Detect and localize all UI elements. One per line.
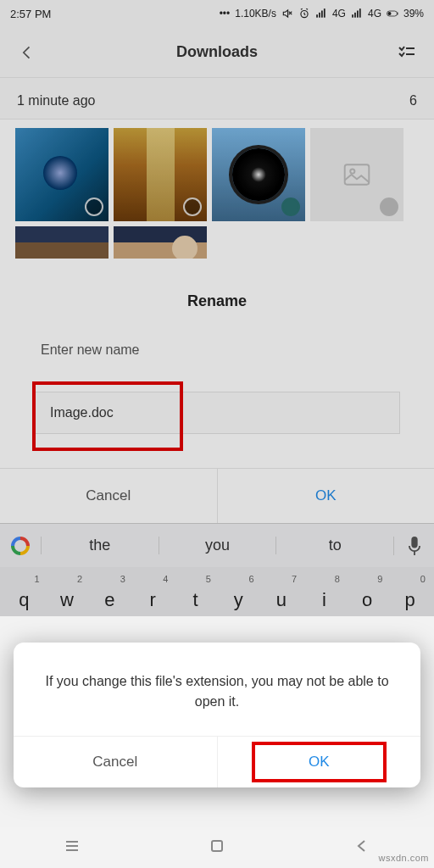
thumbnail-grid (0, 120, 434, 267)
watermark: wsxdn.com (378, 853, 429, 863)
google-icon[interactable] (0, 537, 41, 555)
svg-rect-3 (316, 14, 318, 18)
svg-rect-8 (354, 13, 356, 18)
status-time: 2:57 PM (10, 8, 51, 20)
svg-rect-13 (397, 13, 398, 15)
section-header: 1 minute ago 6 (0, 78, 434, 120)
rename-input-wrap (34, 392, 400, 434)
dialog-cancel-button[interactable]: Cancel (14, 737, 218, 787)
key-y[interactable]: 6y (218, 572, 259, 616)
signal2-icon (351, 8, 363, 19)
svg-rect-5 (321, 11, 323, 18)
svg-rect-10 (359, 8, 361, 18)
rename-cancel-button[interactable]: Cancel (0, 469, 218, 523)
back-button[interactable] (17, 42, 37, 63)
key-u[interactable]: 7u (261, 572, 303, 616)
recents-button[interactable] (64, 837, 81, 858)
dialog-button-row: Cancel OK (14, 736, 420, 787)
key-i[interactable]: 8i (303, 572, 345, 616)
thumbnail[interactable] (212, 128, 305, 221)
rename-title: Rename (0, 292, 434, 310)
svg-rect-18 (411, 537, 417, 548)
select-circle-icon[interactable] (85, 198, 103, 216)
select-circle-icon[interactable] (281, 198, 300, 216)
key-e[interactable]: 3e (89, 572, 131, 616)
thumbnail[interactable] (114, 128, 207, 221)
nav-back-button[interactable] (353, 837, 370, 858)
svg-rect-9 (357, 11, 359, 18)
extension-warning-dialog: If you change this file's extension, you… (14, 643, 420, 787)
select-circle-icon[interactable] (380, 198, 398, 216)
rename-ok-button[interactable]: OK (218, 469, 435, 523)
key-q[interactable]: 1q (3, 572, 45, 616)
thumbnail[interactable] (15, 128, 108, 221)
suggestion[interactable]: the (41, 537, 159, 554)
keyboard-row: 1q2w3e4r5t6y7u8i9o0p (0, 567, 434, 616)
svg-rect-7 (352, 14, 353, 18)
status-speed: 1.10KB/s (235, 8, 276, 19)
svg-rect-6 (324, 8, 326, 18)
keyboard-suggestion-bar: the you to (0, 523, 434, 567)
thumbnail-placeholder[interactable] (310, 128, 403, 221)
suggestion[interactable]: to (275, 537, 393, 554)
thumbnail[interactable] (15, 226, 108, 259)
key-r[interactable]: 4r (132, 572, 174, 616)
thumbnail[interactable] (114, 226, 207, 259)
alarm-icon (298, 8, 310, 19)
svg-rect-4 (319, 13, 320, 18)
battery-icon (387, 8, 398, 19)
suggestion[interactable]: you (159, 537, 276, 554)
key-t[interactable]: 5t (175, 572, 216, 616)
key-w[interactable]: 2w (47, 572, 88, 616)
dialog-ok-button[interactable]: OK (218, 737, 421, 787)
status-net2: 4G (368, 8, 381, 19)
svg-point-17 (350, 170, 354, 174)
rename-label: Enter new name (0, 342, 434, 358)
svg-rect-16 (345, 164, 370, 184)
dialog-message: If you change this file's extension, you… (14, 643, 420, 736)
svg-rect-23 (212, 841, 222, 851)
rename-button-row: Cancel OK (0, 468, 434, 523)
svg-rect-12 (387, 12, 391, 15)
signal-icon (315, 8, 327, 19)
rename-input[interactable] (34, 392, 400, 434)
status-more-icon: ••• (220, 8, 231, 19)
select-circle-icon[interactable] (183, 198, 202, 216)
status-battery: 39% (403, 8, 424, 19)
status-net1: 4G (332, 8, 346, 19)
status-bar: 2:57 PM ••• 1.10KB/s 4G 4G 39% (0, 0, 434, 27)
rename-panel: Rename Enter new name Cancel OK (0, 267, 434, 523)
mic-icon[interactable] (393, 537, 434, 555)
section-label: 1 minute ago (17, 93, 96, 108)
app-header: Downloads (0, 27, 434, 78)
multiselect-icon[interactable] (397, 42, 417, 63)
page-title: Downloads (176, 43, 258, 61)
key-p[interactable]: 0p (389, 572, 431, 616)
section-count: 6 (409, 93, 417, 108)
system-nav-bar (0, 827, 434, 868)
mute-icon (281, 8, 293, 19)
key-o[interactable]: 9o (347, 572, 388, 616)
home-button[interactable] (209, 837, 225, 858)
